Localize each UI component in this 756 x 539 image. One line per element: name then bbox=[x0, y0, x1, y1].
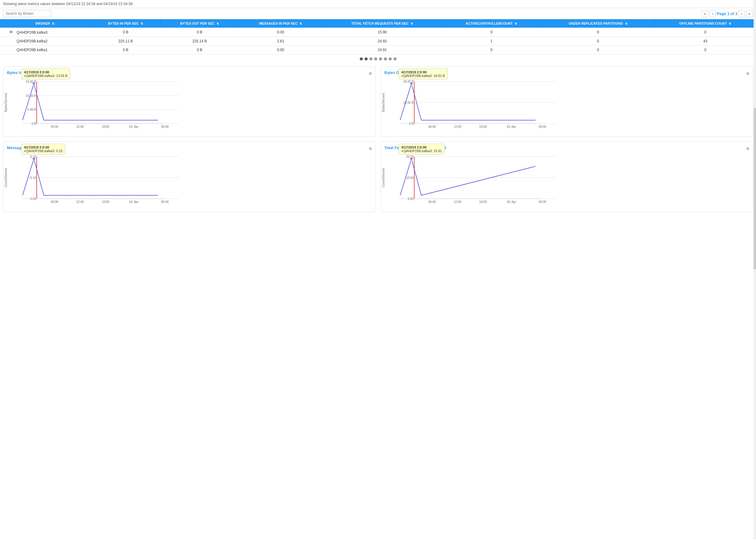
table-row: 👁 QAHDP26B.kafka3 0 B 0 B 0.00 15.90 0 0… bbox=[0, 28, 756, 37]
chart-menu-icon[interactable]: ≡ bbox=[746, 71, 749, 76]
page-info: Page 1 of 1 bbox=[717, 11, 738, 16]
tooltip-value: ●QAHDP26B.kafka3: 13.55 B bbox=[24, 74, 68, 78]
chart-card: Bytes In Per Second ≡ Bytes/Second 15.00… bbox=[3, 66, 376, 137]
total-fetch-value: 15.90 bbox=[323, 28, 441, 37]
offline-partitions-value: 0 bbox=[655, 28, 756, 37]
bytes-out-value: 0 B bbox=[161, 28, 238, 37]
svg-text:10.00 B: 10.00 B bbox=[26, 94, 37, 97]
col-messages-in[interactable]: MESSAGES IN PER SEC ⇅ bbox=[238, 19, 323, 28]
tooltip-time: 4/17/2019 2:0:00 bbox=[401, 145, 442, 149]
pagination-dot[interactable] bbox=[374, 57, 377, 60]
last-page-button[interactable]: » bbox=[746, 10, 753, 17]
next-page-button[interactable]: › bbox=[738, 10, 745, 17]
y-axis-label: Count/Second bbox=[4, 157, 8, 199]
svg-text:12:00: 12:00 bbox=[454, 200, 461, 203]
pagination: « ‹ Page 1 of 1 › » bbox=[701, 10, 753, 17]
svg-point-46 bbox=[33, 157, 36, 160]
tooltip-time: 4/17/2019 2:0:00 bbox=[24, 70, 68, 74]
scrollbar[interactable] bbox=[754, 0, 756, 220]
y-axis-label: Bytes/Second bbox=[382, 81, 385, 123]
broker-cell: QAHDP26B.kafka2 bbox=[0, 37, 90, 46]
chart-menu-icon[interactable]: ≡ bbox=[369, 71, 372, 76]
broker-name: QAHDP26B.kafka2 bbox=[17, 39, 47, 43]
broker-cell: QAHDP26B.kafka1 bbox=[0, 46, 90, 54]
svg-text:06:00: 06:00 bbox=[51, 200, 58, 203]
pagination-dot[interactable] bbox=[384, 57, 387, 60]
svg-text:12:00: 12:00 bbox=[76, 125, 84, 128]
broker-name: QAHDP26B.kafka3 bbox=[17, 30, 47, 35]
tooltip-value: ●QAHDP26B.kafka3: 15.91 bbox=[401, 149, 442, 153]
chart-tooltip: 4/17/2019 2:0:00 ●QAHDP26B.kafka3: 13.55… bbox=[21, 69, 70, 79]
search-input[interactable] bbox=[3, 10, 51, 17]
svg-point-31 bbox=[410, 82, 413, 85]
chart-card: Messages In Per Second ≡ Count/Second 0.… bbox=[3, 142, 376, 212]
brokers-table: BROKER ⇅ BYTES IN PER SEC ⇅ BYTES OUT PE… bbox=[0, 19, 756, 54]
y-axis-label: Count/Second bbox=[382, 157, 385, 199]
eye-icon[interactable]: 👁 bbox=[9, 30, 13, 35]
svg-text:18. Apr: 18. Apr bbox=[129, 200, 139, 203]
chart-svg: 20.00 10.00 0.00 06:00 12:00 18:00 18. A… bbox=[400, 154, 547, 208]
total-fetch-value: 24.91 bbox=[323, 46, 441, 54]
chart-card: Total Fetch Requests Per Second ≡ Count/… bbox=[381, 142, 753, 212]
col-under-replicated[interactable]: UNDER REPLICATED PARTITIONS ⇅ bbox=[541, 19, 655, 28]
y-axis-label: Bytes/Second bbox=[4, 81, 8, 123]
col-bytes-in[interactable]: BYTES IN PER SEC ⇅ bbox=[90, 19, 161, 28]
charts-grid: Bytes In Per Second ≡ Bytes/Second 15.00… bbox=[3, 66, 753, 212]
total-fetch-value: 24.92 bbox=[323, 37, 441, 46]
svg-text:06:00: 06:00 bbox=[428, 200, 435, 203]
bytes-in-value: 225.11 B bbox=[90, 37, 161, 46]
tooltip-value: ●QAHDP26B.kafka3: 16.91 B bbox=[401, 74, 445, 78]
svg-text:06:00: 06:00 bbox=[161, 125, 168, 128]
messages-in-value: 0.00 bbox=[238, 46, 323, 54]
top-bar: Showing latest metrics values between 04… bbox=[0, 0, 756, 8]
tooltip-value: ●QAHDP26B.kafka3: 0.15 bbox=[24, 149, 62, 153]
svg-text:18:00: 18:00 bbox=[479, 125, 487, 128]
broker-cell: 👁 QAHDP26B.kafka3 bbox=[0, 28, 90, 37]
under-replicated-value: 0 bbox=[541, 46, 655, 54]
col-bytes-out[interactable]: BYTES OUT PER SEC ⇅ bbox=[161, 19, 238, 28]
pagination-dot[interactable] bbox=[365, 57, 368, 60]
col-active-controller[interactable]: ACTIVECONTROLLERCOUNT ⇅ bbox=[441, 19, 541, 28]
table-header-row: BROKER ⇅ BYTES IN PER SEC ⇅ BYTES OUT PE… bbox=[0, 19, 756, 28]
col-broker[interactable]: BROKER ⇅ bbox=[0, 19, 90, 28]
svg-text:06:00: 06:00 bbox=[51, 125, 58, 128]
chart-tooltip: 4/17/2019 2:0:00 ●QAHDP26B.kafka3: 16.91… bbox=[399, 69, 448, 79]
pagination-dot[interactable] bbox=[369, 57, 372, 60]
svg-text:5.00 B: 5.00 B bbox=[27, 108, 36, 111]
svg-text:18. Apr: 18. Apr bbox=[129, 125, 139, 128]
broker-name: QAHDP26B.kafka1 bbox=[17, 48, 47, 52]
svg-text:12:00: 12:00 bbox=[454, 125, 461, 128]
bytes-in-value: 0 B bbox=[90, 28, 161, 37]
toolbar: « ‹ Page 1 of 1 › » bbox=[0, 8, 756, 19]
pagination-dot[interactable] bbox=[379, 57, 382, 60]
svg-point-61 bbox=[410, 157, 413, 160]
chart-card: Bytes Out Per Second ≡ Bytes/Second 20.0… bbox=[381, 66, 753, 137]
col-total-fetch[interactable]: TOTAL FETCH REQUESTS PER SEC ⇅ bbox=[323, 19, 441, 28]
svg-point-16 bbox=[33, 82, 36, 85]
chart-svg: 15.00 B 10.00 B 5.00 B 0 B 06:00 12:00 1… bbox=[23, 78, 170, 132]
pagination-dot[interactable] bbox=[389, 57, 392, 60]
chart-menu-icon[interactable]: ≡ bbox=[369, 146, 372, 151]
svg-text:18. Apr: 18. Apr bbox=[506, 200, 516, 203]
metrics-range-text: Showing latest metrics values between 04… bbox=[3, 2, 133, 6]
messages-in-value: 2.61 bbox=[238, 37, 323, 46]
scrollbar-thumb[interactable] bbox=[754, 108, 756, 220]
active-controller-value: 1 bbox=[441, 37, 541, 46]
chart-svg: 0.20 0.10 0.00 06:00 12:00 18:00 18. Apr… bbox=[23, 154, 170, 208]
pagination-dot[interactable] bbox=[360, 57, 363, 60]
under-replicated-value: 0 bbox=[541, 28, 655, 37]
svg-text:06:00: 06:00 bbox=[538, 200, 546, 203]
chart-menu-icon[interactable]: ≡ bbox=[746, 146, 749, 151]
col-offline-partitions[interactable]: OFFLINE PARTITIONS COUNT ⇅ bbox=[655, 19, 756, 28]
pagination-dot[interactable] bbox=[394, 57, 397, 60]
prev-page-button[interactable]: ‹ bbox=[709, 10, 715, 17]
bytes-out-value: 225.14 B bbox=[161, 37, 238, 46]
offline-partitions-value: 0 bbox=[655, 46, 756, 54]
svg-text:18:00: 18:00 bbox=[479, 200, 487, 203]
pagination-dots bbox=[0, 54, 756, 63]
svg-text:06:00: 06:00 bbox=[538, 125, 546, 128]
first-page-button[interactable]: « bbox=[701, 10, 708, 17]
chart-svg: 20.00 B 10.00 B 0 B 06:00 12:00 18:00 18… bbox=[400, 78, 547, 132]
svg-text:0.10: 0.10 bbox=[30, 176, 37, 180]
svg-rect-0 bbox=[23, 81, 179, 123]
